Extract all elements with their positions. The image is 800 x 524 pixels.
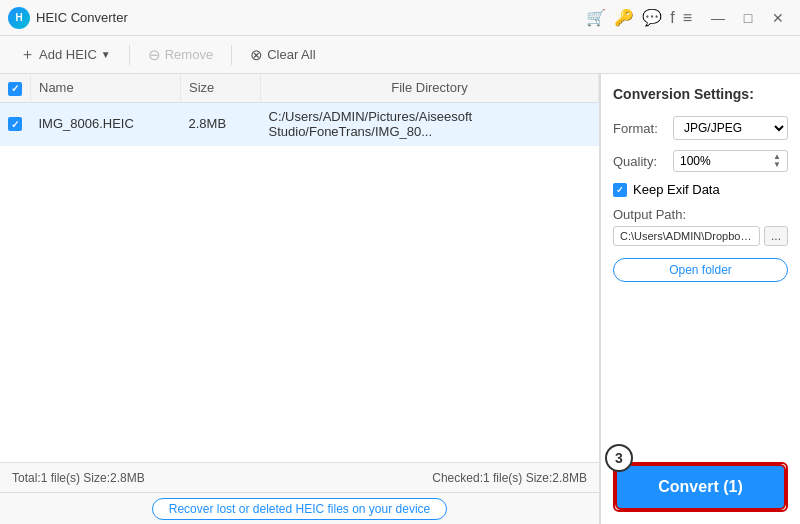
convert-button[interactable]: Convert (1)	[615, 464, 786, 510]
keep-exif-checkbox[interactable]	[613, 183, 627, 197]
toolbar: ＋ Add HEIC ▼ ⊖ Remove ⊗ Clear All	[0, 36, 800, 74]
table-header-row: Name Size File Directory	[0, 74, 599, 102]
app-logo: H	[8, 7, 30, 29]
row-checkbox[interactable]	[8, 117, 22, 131]
status-right: Checked:1 file(s) Size:2.8MB	[432, 471, 587, 485]
clear-all-button[interactable]: ⊗ Clear All	[240, 42, 325, 68]
recover-bar: Recover lost or deleted HEIC files on yo…	[0, 492, 599, 524]
format-row: Format: JPG/JPEG PNG PDF GIF	[613, 116, 788, 140]
browse-button[interactable]: ...	[764, 226, 788, 246]
output-path-label: Output Path:	[613, 207, 788, 222]
status-bar: Total:1 file(s) Size:2.8MB Checked:1 fil…	[0, 462, 599, 492]
main-content: Name Size File Directory IMG_8006.HEIC 2…	[0, 74, 800, 524]
key-icon[interactable]: 🔑	[614, 8, 634, 27]
file-panel: Name Size File Directory IMG_8006.HEIC 2…	[0, 74, 600, 524]
exif-row: Keep Exif Data	[613, 182, 788, 197]
file-table: Name Size File Directory IMG_8006.HEIC 2…	[0, 74, 599, 462]
status-left: Total:1 file(s) Size:2.8MB	[12, 471, 145, 485]
facebook-icon[interactable]: f	[670, 9, 674, 27]
title-bar-icons: 🛒 🔑 💬 f ≡	[586, 8, 692, 27]
minimize-button[interactable]: —	[704, 4, 732, 32]
title-bar: H HEIC Converter 🛒 🔑 💬 f ≡ — □ ✕	[0, 0, 800, 36]
settings-title: Conversion Settings:	[613, 86, 788, 102]
row-size: 2.8MB	[181, 102, 261, 145]
open-folder-button[interactable]: Open folder	[613, 258, 788, 282]
header-directory: File Directory	[261, 74, 599, 102]
convert-area: 3 Convert (1)	[613, 462, 788, 512]
table-row[interactable]: IMG_8006.HEIC 2.8MB C:/Users/ADMIN/Pictu…	[0, 102, 599, 145]
header-checkbox	[0, 74, 31, 102]
quality-down-arrow[interactable]: ▼	[773, 161, 781, 169]
header-size: Size	[181, 74, 261, 102]
close-button[interactable]: ✕	[764, 4, 792, 32]
app-title: HEIC Converter	[36, 10, 586, 25]
remove-icon: ⊖	[148, 46, 161, 64]
toolbar-separator	[129, 45, 130, 65]
chat-icon[interactable]: 💬	[642, 8, 662, 27]
row-name: IMG_8006.HEIC	[31, 102, 181, 145]
select-all-checkbox[interactable]	[8, 82, 22, 96]
add-heic-button[interactable]: ＋ Add HEIC ▼	[10, 41, 121, 68]
add-icon: ＋	[20, 45, 35, 64]
convert-wrapper: Convert (1)	[613, 462, 788, 512]
maximize-button[interactable]: □	[734, 4, 762, 32]
row-checkbox-cell	[0, 102, 31, 145]
output-path-row: C:\Users\ADMIN\Dropbox\PC\ ...	[613, 226, 788, 246]
output-path-section: Output Path: C:\Users\ADMIN\Dropbox\PC\ …	[613, 207, 788, 246]
cart-icon[interactable]: 🛒	[586, 8, 606, 27]
recover-button[interactable]: Recover lost or deleted HEIC files on yo…	[152, 498, 447, 520]
quality-value: 100%	[680, 154, 773, 168]
step-badge: 3	[605, 444, 633, 472]
quality-row: Quality: 100% ▲ ▼	[613, 150, 788, 172]
clear-icon: ⊗	[250, 46, 263, 64]
header-name: Name	[31, 74, 181, 102]
quality-arrows: ▲ ▼	[773, 153, 781, 169]
menu-icon[interactable]: ≡	[683, 9, 692, 27]
keep-exif-label: Keep Exif Data	[633, 182, 720, 197]
toolbar-separator-2	[231, 45, 232, 65]
format-label: Format:	[613, 121, 665, 136]
output-path-text: C:\Users\ADMIN\Dropbox\PC\	[613, 226, 760, 246]
remove-button[interactable]: ⊖ Remove	[138, 42, 223, 68]
quality-label: Quality:	[613, 154, 665, 169]
dropdown-arrow-icon: ▼	[101, 49, 111, 60]
row-directory: C:/Users/ADMIN/Pictures/Aiseesoft Studio…	[261, 102, 599, 145]
format-select[interactable]: JPG/JPEG PNG PDF GIF	[673, 116, 788, 140]
window-controls: — □ ✕	[704, 4, 792, 32]
quality-input: 100% ▲ ▼	[673, 150, 788, 172]
settings-panel: Conversion Settings: Format: JPG/JPEG PN…	[600, 74, 800, 524]
